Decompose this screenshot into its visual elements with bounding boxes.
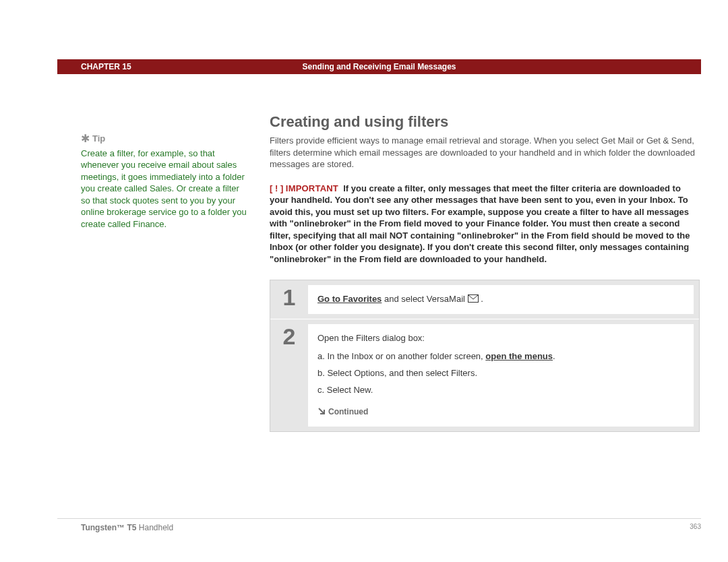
section-title: Creating and using filters xyxy=(270,113,700,131)
steps-container: 1 Go to Favorites and select VersaMail .… xyxy=(270,280,700,432)
chapter-header: CHAPTER 15 Sending and Receiving Email M… xyxy=(57,59,701,74)
important-block: [ ! ] IMPORTANT If you create a filter, … xyxy=(270,183,700,266)
header-title: Sending and Receiving Email Messages xyxy=(302,62,456,71)
tip-heading: ✱Tip xyxy=(81,131,249,146)
important-label: IMPORTANT xyxy=(286,183,338,193)
tip-label: Tip xyxy=(92,133,105,144)
favorites-link[interactable]: Go to Favorites xyxy=(317,294,382,304)
step-number-2: 2 xyxy=(270,319,308,431)
asterisk-icon: ✱ xyxy=(81,131,90,146)
footer-brand: Tungsten™ T5 xyxy=(81,523,136,532)
step2-substeps: a. In the Inbox or on another folder scr… xyxy=(317,350,684,397)
footer-product: Tungsten™ T5 Handheld xyxy=(81,523,173,532)
substep-c: c. Select New. xyxy=(317,384,684,397)
substep-a-pre: a. In the Inbox or on another folder scr… xyxy=(317,351,485,361)
step-body-1: Go to Favorites and select VersaMail . xyxy=(308,285,694,314)
footer-product-name: Handheld xyxy=(136,523,173,532)
step-number-1: 1 xyxy=(270,280,308,319)
tip-text: Create a filter, for example, so that wh… xyxy=(81,148,249,230)
mail-icon xyxy=(468,294,479,307)
substep-a-post: . xyxy=(553,351,555,361)
period: . xyxy=(479,294,483,304)
page-number: 363 xyxy=(690,523,701,530)
page-footer: Tungsten™ T5 Handheld 363 xyxy=(57,518,701,534)
substep-a: a. In the Inbox or on another folder scr… xyxy=(317,350,684,363)
step-row-1: 1 Go to Favorites and select VersaMail . xyxy=(270,280,699,319)
intro-paragraph: Filters provide efficient ways to manage… xyxy=(270,135,700,170)
main-content: Creating and using filters Filters provi… xyxy=(270,113,700,432)
tip-sidebar: ✱Tip Create a filter, for example, so th… xyxy=(81,131,249,230)
step1-tail: and select VersaMail xyxy=(382,294,467,304)
step-row-2: 2 Open the Filters dialog box: a. In the… xyxy=(270,319,699,431)
continued-label: Continued xyxy=(328,407,368,416)
step-body-2: Open the Filters dialog box: a. In the I… xyxy=(308,324,694,427)
open-menus-link[interactable]: open the menus xyxy=(485,351,553,361)
important-badge: [ ! ] xyxy=(270,183,283,193)
important-text: If you create a filter, only messages th… xyxy=(270,183,690,264)
continued-arrow-icon xyxy=(317,407,326,418)
chapter-label: CHAPTER 15 xyxy=(57,62,131,71)
step2-lead: Open the Filters dialog box: xyxy=(317,332,684,345)
substep-b: b. Select Options, and then select Filte… xyxy=(317,367,684,380)
continued-row: Continued xyxy=(317,406,684,418)
